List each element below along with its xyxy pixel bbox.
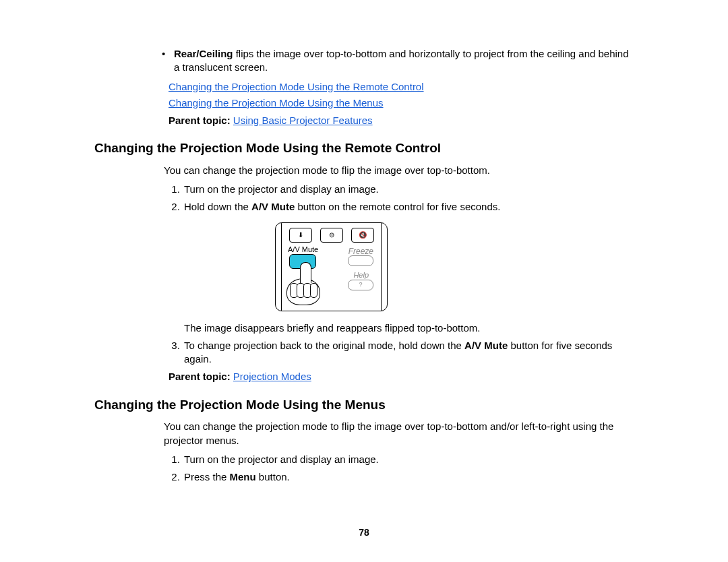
list-item: Turn on the projector and display an ima… bbox=[183, 183, 634, 196]
finger bbox=[300, 262, 311, 283]
bullet-bold: Rear/Ceiling bbox=[174, 48, 233, 59]
step-text-pre: Press the bbox=[184, 471, 230, 482]
step-text-bold: Menu bbox=[230, 471, 256, 482]
parent-topic-label: Parent topic: bbox=[169, 115, 233, 126]
related-links: Changing the Projection Mode Using the R… bbox=[169, 80, 634, 111]
step-text: Turn on the projector and display an ima… bbox=[184, 183, 379, 195]
step-text-post: button. bbox=[256, 471, 290, 482]
step-text-bold: A/V Mute bbox=[464, 340, 508, 351]
page-number: 78 bbox=[0, 526, 728, 539]
section1-steps: Turn on the projector and display an ima… bbox=[164, 183, 634, 366]
list-item: To change projection back to the origina… bbox=[183, 339, 634, 367]
list-item: Turn on the projector and display an ima… bbox=[183, 453, 634, 466]
help-button: ? bbox=[348, 280, 373, 290]
parent-topic: Parent topic: Projection Modes bbox=[169, 370, 634, 383]
freeze-button bbox=[348, 255, 373, 266]
parent-topic-link[interactable]: Projection Modes bbox=[233, 371, 311, 382]
help-label: Help bbox=[353, 270, 369, 280]
bullet-text: Rear/Ceiling flips the image over top-to… bbox=[174, 47, 634, 75]
down-icon: ⬇ bbox=[298, 230, 303, 240]
zoom-out-icon: ⊖ bbox=[329, 230, 334, 240]
bullet-rest: flips the image over top-to-bottom and h… bbox=[174, 48, 629, 73]
remote-body: ⬇ ⊖ 🔇 A/V Mute Freeze Help ? bbox=[275, 222, 388, 311]
step-text-pre: Hold down the bbox=[184, 201, 251, 212]
remote-illustration: ⬇ ⊖ 🔇 A/V Mute Freeze Help ? bbox=[274, 222, 393, 313]
remote-top-button-3: 🔇 bbox=[351, 228, 374, 243]
section-heading-menus: Changing the Projection Mode Using the M… bbox=[94, 396, 634, 414]
step-text: Turn on the projector and display an ima… bbox=[184, 454, 379, 465]
hand-icon bbox=[285, 262, 322, 306]
list-item: Hold down the A/V Mute button on the rem… bbox=[183, 200, 634, 335]
section2-steps: Turn on the projector and display an ima… bbox=[164, 453, 634, 485]
parent-topic-link[interactable]: Using Basic Projector Features bbox=[233, 115, 373, 126]
avmute-label: A/V Mute bbox=[288, 245, 318, 255]
step-text-post: button on the remote control for five se… bbox=[295, 201, 500, 212]
step-text-pre: To change projection back to the origina… bbox=[184, 340, 464, 351]
step-text-bold: A/V Mute bbox=[251, 201, 295, 212]
link-menus[interactable]: Changing the Projection Mode Using the M… bbox=[169, 97, 384, 108]
parent-topic-label: Parent topic: bbox=[169, 371, 233, 382]
bullet-item: • Rear/Ceiling flips the image over top-… bbox=[162, 47, 634, 75]
parent-topic: Parent topic: Using Basic Projector Feat… bbox=[169, 114, 634, 127]
bullet-marker: • bbox=[162, 47, 174, 75]
mute-icon: 🔇 bbox=[359, 230, 367, 240]
section-heading-remote: Changing the Projection Mode Using the R… bbox=[94, 139, 634, 157]
section2-intro: You can change the projection mode to fl… bbox=[164, 420, 634, 447]
remote-top-button-2: ⊖ bbox=[320, 228, 343, 243]
list-item: Press the Menu button. bbox=[183, 470, 634, 484]
after-image-text: The image disappears briefly and reappea… bbox=[184, 321, 634, 335]
link-remote-control[interactable]: Changing the Projection Mode Using the R… bbox=[169, 81, 424, 92]
section1-intro: You can change the projection mode to fl… bbox=[164, 164, 634, 177]
remote-top-button-1: ⬇ bbox=[289, 228, 312, 243]
